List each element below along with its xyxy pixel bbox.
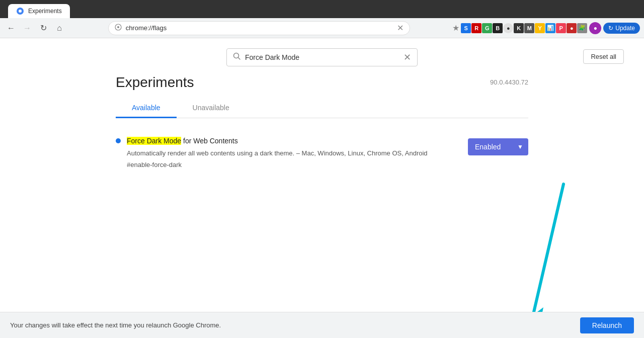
- experiments-header: Experiments 90.0.4430.72: [116, 74, 528, 91]
- flag-description: Automatically render all web contents us…: [127, 148, 462, 158]
- forward-button[interactable]: →: [20, 21, 34, 35]
- bottom-bar-text: Your changes will take effect the next t…: [10, 321, 580, 329]
- tab-favicon: [16, 7, 24, 15]
- extension-icons-area: ★ S R G B ● K M Y 📊 P ● 🧩: [451, 23, 587, 33]
- home-button[interactable]: ⌂: [52, 21, 66, 35]
- lock-icon: [115, 24, 122, 32]
- flag-status-dot: [116, 138, 121, 143]
- ext-icon-y[interactable]: Y: [535, 23, 545, 33]
- svg-point-3: [117, 26, 119, 28]
- flag-title: Force Dark Mode for Web Contents: [127, 136, 462, 146]
- page-content: ✕ Reset all Experiments 90.0.4430.72 Ava…: [0, 38, 644, 338]
- bookmark-icon[interactable]: ★: [451, 23, 460, 33]
- ext-icon-chart[interactable]: 📊: [545, 23, 555, 33]
- experiments-section: Experiments 90.0.4430.72 Available Unava…: [96, 74, 548, 175]
- ext-icon-puzzle[interactable]: 🧩: [577, 23, 587, 33]
- spacer: [0, 175, 644, 205]
- url-display: chrome://flags: [126, 24, 393, 32]
- flags-tabs: Available Unavailable: [116, 99, 528, 118]
- tab-strip: Experiments: [8, 0, 640, 18]
- update-icon: ↻: [608, 25, 613, 32]
- browser-tab[interactable]: Experiments: [8, 4, 70, 18]
- relaunch-button[interactable]: Relaunch: [580, 317, 634, 333]
- svg-line-5: [238, 58, 240, 60]
- flag-title-rest: for Web Contents: [183, 137, 238, 145]
- omnibox[interactable]: chrome://flags ✕: [108, 21, 410, 35]
- tab-title: Experiments: [28, 8, 62, 15]
- bottom-bar: Your changes will take effect the next t…: [0, 312, 644, 338]
- search-clear-icon[interactable]: ✕: [404, 53, 411, 62]
- search-input[interactable]: [245, 53, 399, 61]
- ext-icon-s[interactable]: S: [461, 23, 471, 33]
- title-bar: Experiments: [0, 0, 644, 18]
- nav-bar: ← → ↻ ⌂ chrome://flags ✕ ★ S R G B ● K M: [0, 18, 644, 38]
- profile-avatar[interactable]: ●: [589, 22, 601, 34]
- back-button[interactable]: ←: [4, 21, 18, 35]
- enabled-select[interactable]: Default Enabled Disabled: [468, 138, 528, 155]
- search-box: ✕: [226, 48, 418, 66]
- ext-icon-r[interactable]: R: [471, 23, 481, 33]
- flag-title-highlight: Force Dark Mode: [127, 137, 181, 145]
- tab-available[interactable]: Available: [116, 99, 177, 118]
- update-label: Update: [615, 25, 635, 32]
- reload-button[interactable]: ↻: [36, 21, 50, 35]
- ext-icon-g[interactable]: G: [482, 23, 492, 33]
- ext-icon-pocket[interactable]: P: [556, 23, 566, 33]
- flag-item-force-dark: Force Dark Mode for Web Contents Automat…: [116, 130, 528, 175]
- search-icon: [233, 52, 241, 62]
- flag-details: Force Dark Mode for Web Contents Automat…: [127, 136, 462, 169]
- ext-icon-circle[interactable]: ●: [503, 23, 513, 33]
- ext-icon-b[interactable]: B: [493, 23, 503, 33]
- flags-search-area: ✕: [0, 38, 644, 74]
- reset-all-button[interactable]: Reset all: [583, 49, 624, 64]
- omnibox-clear[interactable]: ✕: [397, 23, 404, 33]
- ext-icon-m[interactable]: M: [524, 23, 534, 33]
- enabled-dropdown-wrapper: Default Enabled Disabled ▼: [468, 138, 528, 155]
- update-button[interactable]: ↻ Update: [603, 23, 640, 34]
- flag-anchor[interactable]: #enable-force-dark: [127, 161, 182, 168]
- browser-frame: Experiments ← → ↻ ⌂ chrome://flags ✕ ★ S…: [0, 0, 644, 338]
- svg-point-1: [19, 10, 22, 13]
- ext-icon-k[interactable]: K: [514, 23, 524, 33]
- ext-icon-red2[interactable]: ●: [567, 23, 577, 33]
- tab-unavailable[interactable]: Unavailable: [177, 99, 246, 118]
- version-text: 90.0.4430.72: [490, 78, 528, 86]
- experiments-title: Experiments: [116, 74, 194, 91]
